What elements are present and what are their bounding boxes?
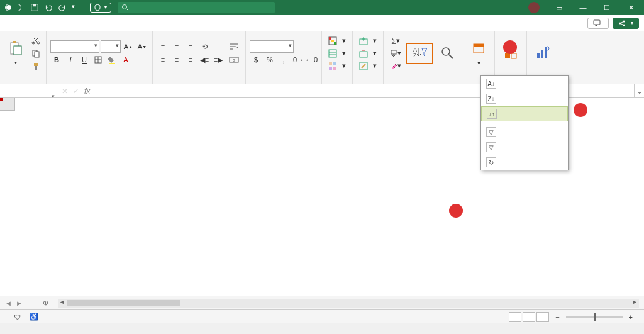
normal-view-icon[interactable] xyxy=(509,312,521,322)
menu-sort-smallest[interactable]: A↓ xyxy=(481,76,568,91)
orientation-button[interactable]: ⟲ xyxy=(198,40,211,53)
svg-rect-51 xyxy=(537,53,540,58)
format-icon xyxy=(359,62,368,70)
insert-icon xyxy=(359,36,368,45)
svg-rect-10 xyxy=(14,46,21,55)
align-right-button[interactable]: ≡ xyxy=(184,53,197,66)
group-styles: ▾ ▾ ▾ xyxy=(322,31,353,84)
scroll-thumb[interactable] xyxy=(67,300,180,306)
page-layout-view-icon[interactable] xyxy=(523,312,535,322)
minimize-icon[interactable]: — xyxy=(572,0,594,15)
expand-formula-bar-icon[interactable]: ⌄ xyxy=(634,84,644,98)
status-sensitivity: 🛡 xyxy=(14,313,21,321)
group-label xyxy=(250,74,318,82)
accounting-button[interactable]: $ xyxy=(250,53,262,66)
menu-sort-largest[interactable]: Z↓ xyxy=(481,91,568,106)
bold-button[interactable]: B xyxy=(50,53,63,66)
fill-color-button[interactable] xyxy=(106,53,118,66)
prev-sheet-icon[interactable]: ◄ xyxy=(5,299,12,307)
status-accessibility[interactable]: ♿ xyxy=(30,313,38,321)
sort-filter-button[interactable]: AZ xyxy=(408,45,431,62)
font-size-combo[interactable] xyxy=(101,40,121,53)
font-color-button[interactable]: A xyxy=(119,53,132,66)
zoom-out-button[interactable]: − xyxy=(555,313,559,321)
table-icon xyxy=(328,49,337,58)
toggle-icon xyxy=(5,4,21,11)
find-select-button[interactable] xyxy=(435,45,459,62)
format-as-table-button[interactable]: ▾ xyxy=(326,48,348,59)
analyze-data-button[interactable] xyxy=(531,45,555,62)
align-middle-button[interactable]: ≡ xyxy=(170,40,183,53)
sheet-nav[interactable]: ◄► xyxy=(0,299,38,307)
border-button[interactable] xyxy=(92,53,104,66)
zoom-in-button[interactable]: + xyxy=(629,313,633,321)
ribbon-options-icon[interactable]: ▭ xyxy=(548,0,570,15)
bucket-icon xyxy=(108,55,116,64)
sort-filter-highlight: AZ xyxy=(406,43,433,64)
add-sheet-button[interactable]: ⊕ xyxy=(38,299,53,307)
sort-asc-icon: A↓ xyxy=(486,79,496,89)
enter-icon[interactable]: ✓ xyxy=(73,87,79,96)
menu-filter[interactable]: ▽ xyxy=(481,125,568,140)
comments-button[interactable] xyxy=(587,18,609,29)
copy-button[interactable] xyxy=(30,47,42,60)
font-name-combo[interactable] xyxy=(50,40,99,53)
svg-text:a: a xyxy=(233,58,235,62)
menu-custom-sort[interactable]: ↓↑ xyxy=(481,106,568,121)
cancel-icon[interactable]: ✕ xyxy=(62,87,68,96)
page-break-view-icon[interactable] xyxy=(536,312,549,322)
zoom-slider[interactable] xyxy=(566,316,623,318)
horizontal-scrollbar[interactable] xyxy=(58,299,639,308)
merge-button[interactable]: a xyxy=(226,53,242,66)
search-box[interactable] xyxy=(118,2,275,13)
menu-reapply: ↻ xyxy=(481,155,568,170)
find-icon xyxy=(440,46,454,60)
fill-button[interactable]: ▾ xyxy=(387,47,404,60)
cut-button[interactable] xyxy=(30,34,42,47)
next-sheet-icon[interactable]: ► xyxy=(16,299,23,307)
indent-dec-button[interactable]: ◀≡ xyxy=(198,53,211,66)
paste-button[interactable]: ▾ xyxy=(4,40,28,66)
avatar[interactable] xyxy=(528,2,540,13)
qat-dropdown-icon[interactable]: ▾ xyxy=(72,3,75,12)
decrease-font-button[interactable]: A▼ xyxy=(136,40,148,53)
align-top-button[interactable]: ≡ xyxy=(157,40,169,53)
increase-font-button[interactable]: A▲ xyxy=(122,40,135,53)
underline-button[interactable]: U xyxy=(78,53,91,66)
indent-inc-button[interactable]: ≡▶ xyxy=(212,53,225,66)
sheet-tab-bar: ◄► ⊕ xyxy=(0,296,644,309)
percent-button[interactable]: % xyxy=(264,53,276,66)
align-bottom-button[interactable]: ≡ xyxy=(184,40,197,53)
decrease-decimal-button[interactable]: ←.0 xyxy=(305,53,318,66)
share-button[interactable]: ▾ xyxy=(613,18,639,29)
format-painter-button[interactable] xyxy=(30,60,42,73)
conditional-formatting-button[interactable]: ▾ xyxy=(326,35,348,47)
maximize-icon[interactable]: ☐ xyxy=(596,0,618,15)
sensitivity-button[interactable]: ▾ xyxy=(467,40,491,66)
align-left-button[interactable]: ≡ xyxy=(157,53,169,66)
format-cells-button[interactable]: ▾ xyxy=(357,60,379,72)
align-center-button[interactable]: ≡ xyxy=(170,53,183,66)
view-buttons[interactable] xyxy=(509,312,549,322)
undo-icon[interactable] xyxy=(44,3,53,12)
sensitivity-pill[interactable]: ▾ xyxy=(90,3,111,13)
autosave-toggle[interactable] xyxy=(3,4,24,11)
increase-decimal-button[interactable]: .0→ xyxy=(291,53,304,66)
insert-cells-button[interactable]: ▾ xyxy=(357,35,379,47)
svg-rect-27 xyxy=(329,50,336,57)
wrap-text-button[interactable] xyxy=(226,40,242,53)
delete-cells-button[interactable]: ▾ xyxy=(357,48,379,59)
save-icon[interactable] xyxy=(30,3,39,12)
italic-button[interactable]: I xyxy=(64,53,77,66)
close-icon[interactable]: ✕ xyxy=(620,0,641,15)
fx-icon[interactable]: fx xyxy=(84,87,90,96)
svg-rect-46 xyxy=(474,44,484,47)
comma-button[interactable]: , xyxy=(277,53,290,66)
clear-button[interactable]: ▾ xyxy=(387,60,404,72)
number-format-combo[interactable] xyxy=(250,40,294,53)
select-all-corner[interactable] xyxy=(0,98,15,111)
redo-icon[interactable] xyxy=(58,3,67,12)
autosum-button[interactable]: ∑▾ xyxy=(387,35,404,47)
cell-styles-button[interactable]: ▾ xyxy=(326,60,348,72)
sort-filter-icon: AZ xyxy=(412,46,427,60)
